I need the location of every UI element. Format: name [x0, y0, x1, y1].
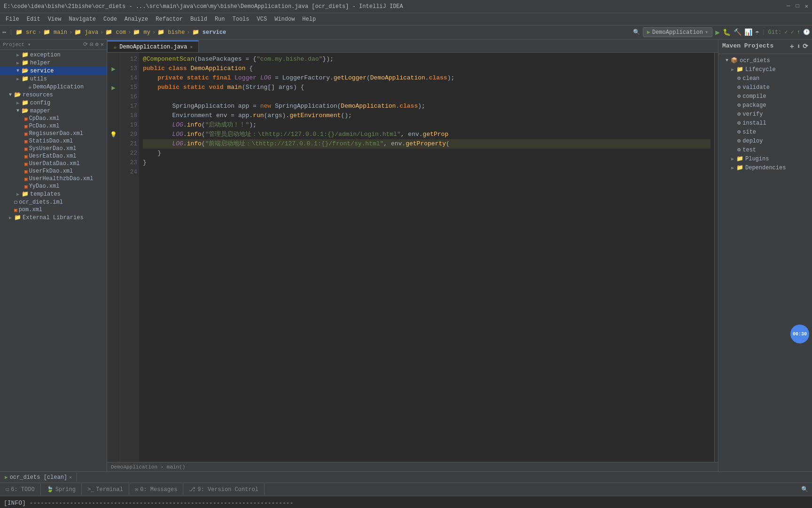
- maven-validate[interactable]: ⚙ validate: [718, 83, 812, 92]
- code-line-21: LOG.info("前端启动地址：\thttp://127.0.0.1:{}/f…: [143, 139, 710, 149]
- tree-item-statisdao[interactable]: ▣ StatisDao.xml: [0, 137, 107, 145]
- bc-main[interactable]: 📁 main: [43, 29, 67, 36]
- tree-item-userhealthzbdao[interactable]: ▣ UserHealthzbDao.xml: [0, 175, 107, 183]
- run-tab-close-icon[interactable]: ✕: [69, 475, 72, 480]
- menu-help[interactable]: Help: [298, 15, 320, 24]
- maven-add-icon[interactable]: ＋: [789, 42, 795, 51]
- tree-item-mapper[interactable]: ▼ 📂 mapper: [0, 107, 107, 115]
- code-line-22: }: [143, 149, 710, 158]
- code-line-19: LOG.info("启动成功！！");: [143, 120, 710, 130]
- editor-content: ▶ ▶ 💡: [107, 53, 718, 462]
- maven-refresh-icon[interactable]: ⟳: [803, 42, 808, 50]
- build-button[interactable]: 🔨: [734, 28, 742, 36]
- tab-todo[interactable]: ☑ 6: TODO: [0, 484, 41, 495]
- bulb-line-21-icon[interactable]: 💡: [110, 131, 117, 138]
- maven-verify[interactable]: ⚙ verify: [718, 110, 812, 119]
- menu-edit[interactable]: Edit: [23, 15, 44, 24]
- menu-vcs[interactable]: VCS: [253, 15, 271, 24]
- search-icon[interactable]: 🔍: [633, 29, 640, 36]
- run-config-label: DemoApplication: [652, 29, 703, 36]
- menu-build[interactable]: Build: [187, 15, 211, 24]
- run-button[interactable]: ▶: [715, 28, 720, 37]
- maven-deploy[interactable]: ⚙ deploy: [718, 136, 812, 145]
- maven-clean[interactable]: ⚙ clean: [718, 74, 812, 83]
- coverage-button[interactable]: ☂: [755, 28, 759, 36]
- version-control-icon: ⎇: [189, 486, 195, 493]
- tree-item-templates[interactable]: ▶ 📁 templates: [0, 190, 107, 198]
- tree-item-pcdao[interactable]: ▣ PcDao.xml: [0, 122, 107, 130]
- close-btn[interactable]: ✕: [805, 3, 808, 10]
- menu-refactor[interactable]: Refactor: [152, 15, 187, 24]
- menu-tools[interactable]: Tools: [229, 15, 253, 24]
- back-icon[interactable]: ⬅: [2, 28, 7, 37]
- tab-demoapplication[interactable]: ☕ DemoApplication.java ✕: [107, 40, 199, 52]
- maven-test[interactable]: ⚙ test: [718, 145, 812, 154]
- tab-terminal[interactable]: >_ Terminal: [82, 484, 129, 495]
- menu-navigate[interactable]: Navigate: [65, 15, 100, 24]
- tree-item-exception[interactable]: ▶ 📁 exception: [0, 51, 107, 59]
- tree-item-utils[interactable]: ▶ 📁 utils: [0, 75, 107, 83]
- panel-collapse-icon[interactable]: ⊟: [90, 41, 93, 48]
- run-config-dropdown[interactable]: ▶ DemoApplication ▾: [643, 27, 713, 37]
- tree-item-config[interactable]: ▶ 📁 config: [0, 99, 107, 107]
- maven-plugins[interactable]: ▶ 📁 Plugins: [718, 154, 812, 163]
- tab-spring[interactable]: 🍃 Spring: [41, 484, 82, 495]
- tree-item-cpdao[interactable]: ▣ CpDao.xml: [0, 115, 107, 122]
- tab-messages[interactable]: ✉ 0: Messages: [129, 484, 183, 495]
- panel-sync-icon[interactable]: ⟳: [83, 41, 88, 48]
- panel-close-icon[interactable]: ✕: [101, 41, 104, 48]
- run-tab-ocr-diets[interactable]: ▶ ocr_diets [clean] ✕: [0, 473, 77, 482]
- maven-package[interactable]: ⚙ package: [718, 101, 812, 110]
- bc-bishe[interactable]: 📁 bishe: [157, 29, 185, 36]
- menu-analyze[interactable]: Analyze: [121, 15, 152, 24]
- project-panel: Project ▾ ⟳ ⊟ ⚙ ✕ ▶ 📁 exception ▶ 📁 help…: [0, 40, 107, 471]
- menu-code[interactable]: Code: [100, 15, 121, 24]
- tree-item-external-libraries[interactable]: ▶ 📁 External Libraries: [0, 214, 107, 222]
- maven-site[interactable]: ⚙ site: [718, 127, 812, 136]
- tree-item-sysuserdao[interactable]: ▣ SysUserDao.xml: [0, 145, 107, 152]
- tree-item-demoapplication[interactable]: ▶ ☕ DemoApplication: [0, 83, 107, 91]
- tree-item-regisuserdao[interactable]: ▣ RegisuserDao.xml: [0, 130, 107, 137]
- tab-version-control[interactable]: ⎇ 9: Version Control: [183, 484, 265, 495]
- tree-item-helper[interactable]: ▶ 📁 helper: [0, 59, 107, 67]
- panel-settings-icon[interactable]: ⚙: [95, 41, 99, 48]
- bc-my[interactable]: 📁 my: [133, 29, 150, 36]
- bc-src[interactable]: 📁 src: [16, 29, 36, 36]
- tree-item-pom[interactable]: ▶ ▣ pom.xml: [0, 206, 107, 214]
- maven-download-icon[interactable]: ⬇: [797, 42, 801, 50]
- tab-close-icon[interactable]: ✕: [190, 44, 193, 50]
- search-console-icon[interactable]: 🔍: [801, 486, 808, 493]
- maven-title: Maven Projects: [722, 42, 773, 49]
- debug-button[interactable]: 🐛: [723, 28, 731, 36]
- code-area[interactable]: @ComponentScan(basePackages = {"com.my.b…: [139, 53, 714, 462]
- tree-item-userfkdao[interactable]: ▣ UserFkDao.xml: [0, 167, 107, 175]
- run-line-13-icon[interactable]: ▶: [111, 65, 115, 73]
- run-tab-label: ocr_diets [clean]: [10, 474, 67, 481]
- bc-com[interactable]: 📁 com: [105, 29, 126, 36]
- menu-window[interactable]: Window: [271, 15, 298, 24]
- maven-install[interactable]: ⚙ install: [718, 119, 812, 127]
- run-line-15-icon[interactable]: ▶: [111, 84, 115, 92]
- maven-ocr-diets[interactable]: ▼ 📦 ocr_diets: [718, 56, 812, 65]
- maven-compile[interactable]: ⚙ compile: [718, 92, 812, 101]
- code-line-23: }: [143, 158, 710, 167]
- maven-lifecycle[interactable]: ▶ 📁 Lifecycle: [718, 65, 812, 74]
- tree-item-resources[interactable]: ▼ 📂 resources: [0, 91, 107, 99]
- bc-java[interactable]: 📁 java: [74, 29, 98, 36]
- tree-item-uesreatdao[interactable]: ▣ UesrEatDao.xml: [0, 152, 107, 160]
- profile-button[interactable]: 📊: [744, 28, 752, 36]
- menu-view[interactable]: View: [44, 15, 65, 24]
- maximize-btn[interactable]: □: [796, 3, 799, 10]
- minimize-btn[interactable]: ─: [787, 3, 790, 10]
- tree-item-ocr-diets-iml[interactable]: ▶ ◻ ocr_diets.iml: [0, 198, 107, 206]
- tree-item-userdatadao[interactable]: ▣ UserDataDao.xml: [0, 160, 107, 167]
- cur-time-badge: 00:30: [790, 325, 809, 343]
- menu-file[interactable]: File: [2, 15, 23, 24]
- code-line-20: LOG.info("管理员启动地址：\thttp://127.0.0.1:{}/…: [143, 130, 710, 139]
- menu-run[interactable]: Run: [211, 15, 229, 24]
- tree-item-yydao[interactable]: ▣ YyDao.xml: [0, 183, 107, 190]
- project-tree: ▶ 📁 exception ▶ 📁 helper ▼ 📂 service ▶ 📁…: [0, 50, 107, 471]
- bc-service[interactable]: 📁 service: [192, 29, 226, 36]
- maven-dependencies[interactable]: ▶ 📁 Dependencies: [718, 163, 812, 172]
- tree-item-service[interactable]: ▼ 📂 service: [0, 67, 107, 75]
